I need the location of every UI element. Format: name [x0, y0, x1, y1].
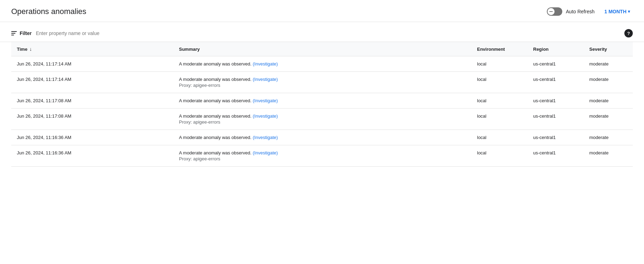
filter-input[interactable] [36, 30, 620, 36]
table-header-row: Time ↓ Summary Environment Region Severi… [11, 42, 633, 56]
investigate-link[interactable]: (Investigate) [253, 150, 278, 155]
cell-severity: moderate [584, 56, 633, 72]
cell-region: us-central1 [528, 56, 584, 72]
chevron-down-icon: ▾ [628, 9, 630, 14]
cell-time: Jun 26, 2024, 11:17:14 AM [11, 56, 173, 72]
summary-sub: Proxy: apigee-errors [179, 119, 466, 125]
col-header-region: Region [528, 42, 584, 56]
table-row: Jun 26, 2024, 11:16:36 AMA moderate anom… [11, 145, 633, 167]
toggle-track [547, 7, 562, 16]
investigate-link[interactable]: (Investigate) [253, 135, 278, 140]
investigate-link[interactable]: (Investigate) [253, 61, 278, 67]
cell-region: us-central1 [528, 130, 584, 145]
anomalies-table: Time ↓ Summary Environment Region Severi… [11, 42, 633, 167]
time-range-value: 1 MONTH [604, 9, 626, 14]
cell-summary: A moderate anomaly was observed. (Invest… [173, 72, 471, 93]
summary-text: A moderate anomaly was observed. (Invest… [179, 77, 278, 82]
cell-environment: local [471, 109, 528, 130]
table-row: Jun 26, 2024, 11:17:14 AMA moderate anom… [11, 72, 633, 93]
sort-desc-icon[interactable]: ↓ [29, 46, 32, 52]
cell-environment: local [471, 56, 528, 72]
table-row: Jun 26, 2024, 11:17:08 AMA moderate anom… [11, 93, 633, 109]
cell-summary: A moderate anomaly was observed. (Invest… [173, 145, 471, 167]
table-row: Jun 26, 2024, 11:17:14 AMA moderate anom… [11, 56, 633, 72]
auto-refresh-toggle[interactable] [547, 7, 562, 16]
summary-sub: Proxy: apigee-errors [179, 83, 466, 88]
filter-line-2 [11, 33, 15, 34]
cell-summary: A moderate anomaly was observed. (Invest… [173, 93, 471, 109]
filter-bar: Filter ? [0, 22, 644, 42]
col-header-environment: Environment [471, 42, 528, 56]
cell-region: us-central1 [528, 145, 584, 167]
col-header-severity: Severity [584, 42, 633, 56]
summary-sub: Proxy: apigee-errors [179, 156, 466, 161]
auto-refresh-label: Auto Refresh [566, 9, 595, 14]
cell-time: Jun 26, 2024, 11:16:36 AM [11, 145, 173, 167]
cell-summary: A moderate anomaly was observed. (Invest… [173, 56, 471, 72]
cell-severity: moderate [584, 72, 633, 93]
filter-line-3 [11, 35, 14, 35]
toggle-knob [548, 8, 555, 15]
filter-label: Filter [20, 30, 32, 36]
cell-time: Jun 26, 2024, 11:17:08 AM [11, 109, 173, 130]
cell-environment: local [471, 130, 528, 145]
filter-button[interactable]: Filter [11, 30, 32, 36]
cell-time: Jun 26, 2024, 11:17:14 AM [11, 72, 173, 93]
cell-region: us-central1 [528, 93, 584, 109]
col-header-summary: Summary [173, 42, 471, 56]
summary-text: A moderate anomaly was observed. (Invest… [179, 135, 278, 140]
anomalies-table-container: Time ↓ Summary Environment Region Severi… [0, 42, 644, 167]
page-header: Operations anomalies Auto Refresh 1 MONT… [0, 0, 644, 22]
cell-summary: A moderate anomaly was observed. (Invest… [173, 109, 471, 130]
header-controls: Auto Refresh 1 MONTH ▾ [547, 7, 633, 16]
cell-region: us-central1 [528, 72, 584, 93]
page-title: Operations anomalies [11, 7, 86, 16]
filter-icon [11, 31, 17, 35]
filter-line-1 [11, 31, 17, 32]
summary-text: A moderate anomaly was observed. (Invest… [179, 113, 278, 119]
investigate-link[interactable]: (Investigate) [253, 113, 278, 119]
cell-region: us-central1 [528, 109, 584, 130]
summary-text: A moderate anomaly was observed. (Invest… [179, 150, 278, 155]
summary-text: A moderate anomaly was observed. (Invest… [179, 61, 278, 67]
cell-severity: moderate [584, 93, 633, 109]
auto-refresh-wrapper: Auto Refresh [547, 7, 595, 16]
cell-time: Jun 26, 2024, 11:16:36 AM [11, 130, 173, 145]
help-icon[interactable]: ? [624, 29, 633, 37]
cell-environment: local [471, 93, 528, 109]
investigate-link[interactable]: (Investigate) [253, 77, 278, 82]
cell-severity: moderate [584, 145, 633, 167]
investigate-link[interactable]: (Investigate) [253, 98, 278, 103]
table-row: Jun 26, 2024, 11:16:36 AMA moderate anom… [11, 130, 633, 145]
table-row: Jun 26, 2024, 11:17:08 AMA moderate anom… [11, 109, 633, 130]
cell-severity: moderate [584, 109, 633, 130]
time-range-button[interactable]: 1 MONTH ▾ [602, 7, 633, 16]
toggle-minus-icon [549, 11, 553, 12]
cell-summary: A moderate anomaly was observed. (Invest… [173, 130, 471, 145]
cell-environment: local [471, 145, 528, 167]
summary-text: A moderate anomaly was observed. (Invest… [179, 98, 278, 103]
cell-environment: local [471, 72, 528, 93]
cell-time: Jun 26, 2024, 11:17:08 AM [11, 93, 173, 109]
cell-severity: moderate [584, 130, 633, 145]
col-header-time: Time ↓ [11, 42, 173, 56]
